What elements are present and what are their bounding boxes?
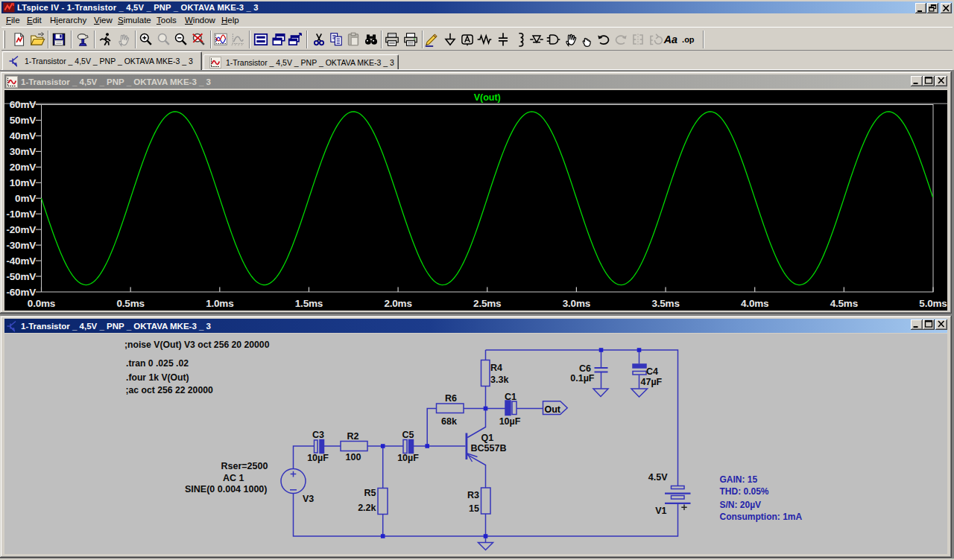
directive-noise[interactable]: ;noise V(Out) V3 oct 256 20 20000 [124, 340, 270, 350]
tile-windows-icon[interactable] [252, 31, 270, 48]
comment-consumption[interactable]: Consumption: 1mA [720, 512, 803, 522]
comment-thd[interactable]: THD: 0.05% [720, 486, 769, 497]
value-V3[interactable]: SINE(0 0.004 1000) [185, 484, 268, 494]
resistor-R6[interactable] [437, 404, 464, 413]
ground-icon[interactable] [441, 31, 459, 48]
schematic-maximize-button[interactable] [923, 319, 935, 330]
wire[interactable] [467, 455, 485, 488]
cut-icon[interactable] [310, 31, 328, 48]
value-R2[interactable]: 100 [346, 452, 361, 462]
ground-symbol[interactable] [593, 389, 608, 397]
capacitor-C1[interactable] [505, 401, 517, 416]
copy-icon[interactable] [327, 31, 345, 48]
cascade-windows-icon[interactable] [270, 31, 288, 48]
label-C4[interactable]: C4 [646, 366, 658, 377]
mirror-icon[interactable] [629, 31, 647, 48]
label-C5[interactable]: C5 [402, 430, 414, 440]
resistor-R5[interactable] [378, 489, 388, 515]
menu-window[interactable]: Window [185, 16, 215, 25]
resistor-R4[interactable] [481, 360, 490, 386]
voltage-source-V3[interactable] [281, 469, 306, 494]
draw-wire-icon[interactable] [423, 31, 440, 48]
attr-V3-rser[interactable]: Rser=2500 [221, 461, 268, 471]
label-V3[interactable]: V3 [303, 494, 314, 504]
value-C1[interactable]: 10µF [499, 416, 521, 427]
drag-icon[interactable] [578, 31, 596, 48]
directive-ac[interactable]: ;ac oct 256 22 20000 [126, 385, 213, 395]
schematic-close-button[interactable] [935, 319, 947, 330]
move-icon[interactable] [562, 31, 580, 48]
spice-directive-icon[interactable]: .op [680, 31, 698, 48]
zoom-back-icon[interactable] [155, 31, 173, 48]
halt-icon[interactable] [115, 31, 133, 48]
undo-icon[interactable] [595, 31, 613, 48]
run-icon[interactable] [96, 31, 114, 48]
autorange-plot-icon[interactable] [212, 31, 230, 48]
value-R5[interactable]: 2.2k [358, 503, 376, 513]
value-R4[interactable]: 3.3k [490, 375, 508, 385]
label-R5[interactable]: R5 [364, 488, 376, 498]
value-Q1[interactable]: BC557B [471, 443, 507, 454]
value-R6[interactable]: 68k [441, 416, 457, 427]
capacitor-icon[interactable] [494, 31, 512, 48]
attr-V3-ac[interactable]: AC 1 [223, 473, 244, 483]
zoom-full-extents-icon[interactable] [190, 31, 208, 48]
comment-sn[interactable]: S/N: 20µV [720, 500, 762, 510]
comment-gain[interactable]: GAIN: 15 [720, 474, 758, 485]
plot-settings-icon[interactable] [229, 31, 247, 48]
menu-edit[interactable]: Edit [27, 16, 42, 25]
paste-icon[interactable] [344, 31, 362, 48]
label-V1[interactable]: V1 [655, 506, 666, 516]
value-C5[interactable]: 10µF [397, 453, 419, 463]
waveform-minimize-button[interactable] [911, 76, 923, 86]
new-schematic-icon[interactable] [10, 31, 28, 48]
app-restore-button[interactable] [927, 3, 938, 13]
value-C6[interactable]: 0.1µF [570, 373, 595, 384]
wire[interactable] [467, 386, 485, 438]
battery-V1[interactable] [665, 486, 691, 503]
directive-four[interactable]: .four 1k V(Out) [126, 372, 189, 383]
save-icon[interactable] [50, 31, 68, 48]
menu-hierarchy[interactable]: Hierarchy [50, 16, 86, 25]
trace-V(out)[interactable] [42, 112, 933, 285]
label-R2[interactable]: R2 [347, 431, 359, 442]
capacitor-C5[interactable] [403, 440, 414, 454]
tab-waveform[interactable]: 1-Transistor _ 4,5V _ PNP _ OKTAVA MKE-3… [203, 54, 399, 69]
menu-simulate[interactable]: Simulate [118, 16, 151, 25]
print-icon[interactable] [402, 31, 420, 48]
capacitor-C4[interactable] [633, 364, 646, 375]
value-C3[interactable]: 10µF [307, 453, 329, 463]
zoom-in-icon[interactable] [137, 31, 155, 48]
app-titlebar[interactable]: LTspice IV - 1-Transistor _ 4,5V _ PNP _… [1, 1, 953, 13]
ground-symbol[interactable] [478, 543, 493, 550]
label-R6[interactable]: R6 [445, 393, 457, 404]
open-windows-icon[interactable] [286, 31, 304, 48]
menu-file[interactable]: File [6, 16, 20, 25]
zoom-out-icon[interactable] [172, 31, 190, 48]
schematic-window-titlebar[interactable]: 1-Transistor _ 4,5V _ PNP _ OKTAVA MKE-3… [4, 319, 947, 333]
component-icon[interactable] [544, 31, 562, 48]
control-panel-icon[interactable] [74, 31, 92, 48]
label-C3[interactable]: C3 [312, 430, 324, 440]
resistor-R2[interactable] [341, 442, 367, 451]
wire[interactable] [427, 409, 436, 447]
value-V1[interactable]: 4.5V [648, 472, 668, 483]
menu-help[interactable]: Help [221, 16, 239, 25]
waveform-window-titlebar[interactable]: 1-Transistor _ 4,5V _ PNP _ OKTAVA MKE-3… [4, 74, 947, 89]
text-icon[interactable]: Aa [662, 31, 680, 48]
find-icon[interactable] [362, 31, 380, 48]
waveform-close-button[interactable] [935, 76, 947, 86]
port-out-label[interactable]: Out [545, 404, 561, 415]
net-label-icon[interactable] [458, 31, 476, 48]
label-C6[interactable]: C6 [579, 363, 591, 374]
value-C4[interactable]: 47µF [641, 377, 663, 387]
label-R4[interactable]: R4 [490, 363, 502, 373]
schematic-minimize-button[interactable] [911, 319, 923, 330]
capacitor-C6[interactable] [595, 368, 608, 372]
inductor-icon[interactable] [511, 31, 529, 48]
print-preview-icon[interactable] [383, 31, 401, 48]
redo-icon[interactable] [612, 31, 630, 48]
directive-tran[interactable]: .tran 0 .025 .02 [126, 358, 189, 369]
capacitor-C3[interactable] [315, 440, 324, 454]
menu-view[interactable]: View [94, 16, 113, 25]
